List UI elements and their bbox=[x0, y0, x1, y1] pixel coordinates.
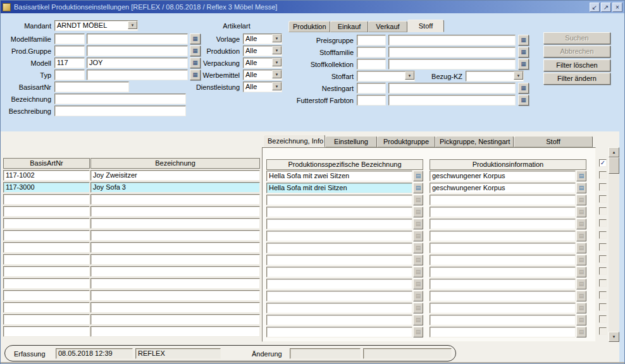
typ-name-field[interactable] bbox=[87, 70, 188, 80]
row-checkbox[interactable] bbox=[599, 219, 607, 227]
basisartnr-cell[interactable] bbox=[3, 326, 90, 337]
basisartnr-cell[interactable] bbox=[3, 302, 90, 313]
futterstoff-lov-button[interactable]: ▦ bbox=[518, 95, 529, 106]
prod-bezeichnung-field[interactable]: Hella Sofa mit zwei Sitzen bbox=[266, 171, 412, 181]
prod-info-field[interactable] bbox=[430, 315, 576, 325]
stofffamilie-code-field[interactable] bbox=[357, 47, 386, 58]
basisartnr-cell[interactable]: 117-3000 bbox=[3, 182, 90, 193]
chevron-down-icon[interactable]: ▼ bbox=[405, 71, 414, 80]
basisartnr-cell[interactable] bbox=[3, 230, 90, 241]
bezeichnung-cell[interactable]: Joy Sofa 3 bbox=[90, 182, 260, 193]
info-editor-button[interactable]: ▤ bbox=[576, 243, 586, 253]
bezeichnung-cell[interactable] bbox=[90, 266, 260, 277]
prod-bezeichnung-field[interactable] bbox=[266, 195, 412, 205]
bezeichnung-editor-button[interactable]: ▤ bbox=[413, 219, 423, 229]
bezeichnung-cell[interactable] bbox=[90, 290, 260, 301]
prod-info-field[interactable] bbox=[430, 231, 576, 241]
basisartnr-cell[interactable] bbox=[3, 314, 90, 325]
futterstoff-code-field[interactable] bbox=[357, 95, 386, 106]
row-checkbox[interactable] bbox=[599, 315, 607, 323]
bezeichnung-editor-button[interactable]: ▤ bbox=[413, 171, 423, 181]
row-checkbox[interactable] bbox=[599, 255, 607, 263]
bezeichnung-editor-button[interactable]: ▤ bbox=[413, 207, 423, 217]
row-checkbox[interactable] bbox=[599, 207, 607, 215]
scroll-down-button[interactable]: ▼ bbox=[609, 332, 619, 342]
bezeichnung-field[interactable] bbox=[54, 94, 186, 104]
info-editor-button[interactable]: ▤ bbox=[576, 291, 586, 301]
mandant-select[interactable]: ARNDT MÖBEL bbox=[54, 20, 138, 31]
info-editor-button[interactable]: ▤ bbox=[576, 231, 586, 241]
prod-info-field[interactable] bbox=[430, 291, 576, 301]
bezeichnung-cell[interactable] bbox=[90, 326, 260, 337]
prod-bezeichnung-field[interactable] bbox=[266, 207, 412, 217]
modell-name-field[interactable]: JOY bbox=[87, 58, 188, 68]
row-checkbox[interactable] bbox=[599, 267, 607, 275]
prod-info-field[interactable] bbox=[430, 243, 576, 253]
info-editor-button[interactable]: ▤ bbox=[576, 207, 586, 217]
prod-info-field[interactable] bbox=[430, 207, 576, 217]
bezeichnung-editor-button[interactable]: ▤ bbox=[413, 315, 423, 325]
bezeichnung-editor-button[interactable]: ▤ bbox=[413, 291, 423, 301]
modell-code-field[interactable]: 117 bbox=[54, 58, 85, 68]
bezeichnung-editor-button[interactable]: ▤ bbox=[413, 303, 423, 313]
row-checkbox[interactable] bbox=[599, 171, 607, 179]
bezeichnung-editor-button[interactable]: ▤ bbox=[413, 243, 423, 253]
prod-bezeichnung-field[interactable] bbox=[266, 267, 412, 277]
beschreibung-field[interactable] bbox=[54, 106, 186, 116]
nestingart-name-field[interactable] bbox=[388, 83, 516, 94]
basisartnr-cell[interactable] bbox=[3, 218, 90, 229]
stoffkollektion-lov-button[interactable]: ▦ bbox=[518, 59, 529, 70]
nestingart-lov-button[interactable]: ▦ bbox=[518, 83, 529, 94]
bezeichnung-cell[interactable] bbox=[90, 302, 260, 313]
prod-info-field[interactable]: geschwungener Korpus bbox=[430, 183, 576, 193]
tab-verkauf[interactable]: Verkauf bbox=[368, 21, 407, 32]
prod-bezeichnung-field[interactable] bbox=[266, 279, 412, 289]
prod-info-field[interactable] bbox=[430, 327, 576, 337]
tab-produktion[interactable]: Produktion bbox=[288, 21, 330, 32]
prod-info-field[interactable] bbox=[430, 303, 576, 313]
bezeichnung-editor-button[interactable]: ▤ bbox=[413, 327, 423, 337]
info-editor-button[interactable]: ▤ bbox=[576, 279, 586, 289]
bezeichnung-cell[interactable] bbox=[90, 254, 260, 265]
bezeichnung-editor-button[interactable]: ▤ bbox=[413, 267, 423, 277]
typ-code-field[interactable] bbox=[54, 70, 85, 80]
row-checkbox[interactable] bbox=[599, 279, 607, 287]
prod-info-field[interactable] bbox=[430, 279, 576, 289]
basisartnr-cell[interactable] bbox=[3, 266, 90, 277]
preisgruppe-code-field[interactable] bbox=[357, 35, 386, 46]
basisartnr-cell[interactable]: 117-1002 bbox=[3, 170, 90, 181]
nestingart-code-field[interactable] bbox=[357, 83, 386, 94]
bezeichnung-editor-button[interactable]: ▤ bbox=[413, 231, 423, 241]
bezeichnung-editor-button[interactable]: ▤ bbox=[413, 255, 423, 265]
bezeichnung-editor-button[interactable]: ▤ bbox=[413, 279, 423, 289]
tab-stoff[interactable]: Stoff bbox=[407, 20, 444, 32]
filter-loeschen-button[interactable]: Filter löschen bbox=[543, 59, 610, 71]
stofffamilie-name-field[interactable] bbox=[388, 47, 516, 58]
info-editor-button[interactable]: ▤ bbox=[576, 327, 586, 337]
vertical-scrollbar[interactable]: ▲ ▼ bbox=[609, 147, 619, 342]
info-editor-button[interactable]: ▤ bbox=[576, 183, 586, 193]
close-button[interactable]: × bbox=[612, 3, 622, 12]
bezeichnung-cell[interactable] bbox=[90, 194, 260, 205]
prodgruppe-name-field[interactable] bbox=[87, 46, 188, 56]
prod-info-field[interactable] bbox=[430, 255, 576, 265]
bezeichnung-cell[interactable] bbox=[90, 242, 260, 253]
stofffamilie-lov-button[interactable]: ▦ bbox=[518, 47, 529, 58]
futterstoff-name-field[interactable] bbox=[388, 95, 516, 106]
basisartnr-cell[interactable] bbox=[3, 278, 90, 289]
info-editor-button[interactable]: ▤ bbox=[576, 219, 586, 229]
prod-bezeichnung-field[interactable] bbox=[266, 303, 412, 313]
basisartnr-cell[interactable] bbox=[3, 206, 90, 217]
row-checkbox[interactable] bbox=[599, 303, 607, 311]
modellfamilie-code-field[interactable] bbox=[54, 33, 85, 44]
scrollbar-thumb[interactable] bbox=[609, 157, 619, 174]
row-checkbox[interactable] bbox=[599, 195, 607, 203]
prod-info-field[interactable] bbox=[430, 267, 576, 277]
prod-bezeichnung-field[interactable] bbox=[266, 327, 412, 337]
prod-bezeichnung-field[interactable]: Hella Sofa mit drei Sitzen bbox=[266, 183, 412, 193]
info-editor-button[interactable]: ▤ bbox=[576, 267, 586, 277]
prod-bezeichnung-field[interactable] bbox=[266, 315, 412, 325]
row-checkbox[interactable] bbox=[599, 183, 607, 191]
preisgruppe-name-field[interactable] bbox=[388, 35, 516, 46]
modellfamilie-name-field[interactable] bbox=[87, 33, 188, 44]
